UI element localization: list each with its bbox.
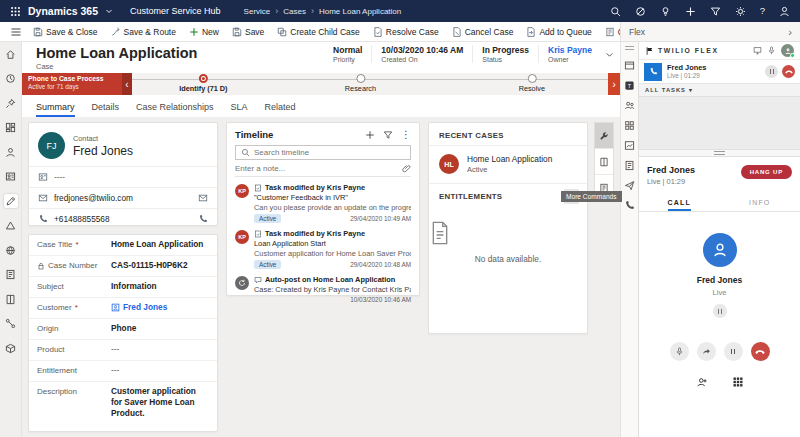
tab-call[interactable]: CALL	[639, 195, 720, 211]
timeline-more-icon[interactable]: ⋮	[401, 129, 411, 140]
cases-icon[interactable]	[4, 194, 18, 208]
resolve-case-button[interactable]: Resolve Case	[367, 22, 445, 42]
stage-resolve[interactable]: Resolve	[519, 74, 545, 93]
timeline-filter-icon[interactable]	[383, 130, 393, 140]
owner-value[interactable]: Kris Payne	[548, 45, 592, 55]
entitlement-value[interactable]: ---	[111, 365, 209, 376]
knowledge-tool-icon[interactable]	[595, 149, 613, 175]
header-expand-chevron-icon[interactable]	[605, 50, 614, 59]
description-row[interactable]: Description Customer application for Sav…	[29, 382, 217, 424]
phone-call-icon[interactable]	[624, 200, 635, 211]
case-title-row[interactable]: Case Title* Home Loan Application	[29, 235, 217, 256]
flex-task-item[interactable]: Fred Jones Live | 01:29	[639, 60, 800, 84]
new-button[interactable]: New	[183, 22, 225, 42]
collapse-pane-chevron-icon[interactable]: ›	[788, 26, 792, 38]
create-child-case-button[interactable]: Create Child Case	[271, 22, 365, 42]
side-pane-header[interactable]: Flex ›	[620, 22, 800, 42]
recent-icon[interactable]	[4, 72, 18, 86]
hold-call-icon[interactable]	[765, 65, 778, 78]
panel-splitter[interactable]	[639, 149, 800, 157]
timeline-entry[interactable]: Auto-post on Home Loan Application Case:…	[235, 272, 411, 306]
app-name[interactable]: Customer Service Hub	[130, 6, 221, 16]
origin-value[interactable]: Phone	[111, 323, 209, 334]
save-route-button[interactable]: Save & Route	[105, 22, 182, 42]
search-icon[interactable]	[610, 6, 621, 17]
tab-summary[interactable]: Summary	[36, 102, 75, 117]
teams-icon[interactable]: T	[624, 80, 635, 91]
people-icon[interactable]	[624, 100, 635, 111]
plus-icon[interactable]	[685, 6, 696, 17]
presence-icon[interactable]	[635, 6, 646, 17]
add-participant-icon[interactable]	[696, 376, 708, 388]
case-title-value[interactable]: Home Loan Application	[111, 239, 209, 250]
customer-value[interactable]: Fred Jones	[123, 302, 167, 313]
timeline-note-box[interactable]	[235, 164, 411, 177]
timeline-search-box[interactable]	[235, 145, 411, 160]
recent-case-item[interactable]: HL Home Loan Application Active	[429, 146, 587, 183]
help-icon[interactable]: ?	[760, 6, 765, 16]
tab-case-relationships[interactable]: Case Relationships	[136, 102, 214, 117]
save-button[interactable]: Save	[226, 22, 270, 42]
cancel-case-button[interactable]: Cancel Case	[446, 22, 520, 42]
origin-row[interactable]: Origin Phone	[29, 319, 217, 340]
accounts-icon[interactable]	[4, 170, 18, 184]
end-call-icon[interactable]	[782, 65, 795, 78]
note-input[interactable]	[235, 164, 402, 173]
add-to-queue-button[interactable]: Add to Queue	[520, 22, 597, 42]
paperclip-icon[interactable]	[402, 164, 411, 173]
brand-chevron-down-icon[interactable]	[105, 7, 113, 15]
timeline-entry[interactable]: KP Task modified by Kris Payne Loan Appl…	[235, 226, 411, 272]
contact-company-row[interactable]: ----	[29, 166, 217, 187]
apps-grid-icon[interactable]	[624, 120, 635, 131]
priority-field[interactable]: Normal Priority	[324, 45, 371, 63]
call-phone-icon[interactable]	[198, 214, 208, 224]
queues-icon[interactable]	[4, 243, 18, 257]
send-email-icon[interactable]	[198, 193, 208, 203]
hold-call-button[interactable]	[724, 342, 743, 361]
breadcrumb-cases[interactable]: Cases	[283, 7, 306, 16]
description-value[interactable]: Customer application for Saver Home Loan…	[111, 386, 209, 420]
customer-row[interactable]: Customer* Fred Jones	[29, 298, 217, 319]
tab-related[interactable]: Related	[265, 102, 296, 117]
agent-avatar[interactable]	[781, 44, 794, 57]
hold-indicator-icon[interactable]	[713, 304, 727, 318]
breadcrumb-service[interactable]: Service	[244, 7, 271, 16]
dialpad-icon[interactable]	[732, 376, 744, 388]
app-brand[interactable]: Dynamics 365	[28, 5, 98, 17]
process-scroll-left-icon[interactable]: ‹	[122, 73, 132, 95]
lightbulb-icon[interactable]	[660, 6, 671, 17]
tab-sla[interactable]: SLA	[231, 102, 248, 117]
case-number-row[interactable]: Case Number CAS-01115-H0P6K2	[29, 256, 217, 277]
agent-script-icon[interactable]	[624, 60, 635, 71]
dashboards-icon[interactable]	[4, 121, 18, 135]
tab-info[interactable]: INFO	[720, 195, 800, 211]
stage-research[interactable]: Research	[345, 74, 376, 93]
status-field[interactable]: In Progress Status	[472, 45, 538, 63]
monitor-icon[interactable]	[753, 46, 762, 55]
insights-icon[interactable]	[624, 140, 635, 151]
contact-name[interactable]: Fred Jones	[73, 144, 133, 158]
timeline-entry[interactable]: KP Task modified by Kris Payne "Customer…	[235, 180, 411, 226]
mic-icon[interactable]	[767, 46, 776, 55]
articles-icon[interactable]	[4, 292, 18, 306]
mute-mic-button[interactable]	[670, 342, 689, 361]
site-map-menu-icon[interactable]	[6, 26, 26, 38]
pinned-icon[interactable]	[4, 96, 18, 110]
product-row[interactable]: Product ---	[29, 340, 217, 361]
hang-up-button[interactable]: HANG UP	[741, 165, 792, 179]
owner-field[interactable]: Kris Payne Owner	[538, 45, 601, 63]
timeline-add-icon[interactable]	[365, 130, 375, 140]
contact-email-value[interactable]: fredjones@twilio.com	[54, 193, 133, 203]
timeline-search-input[interactable]	[254, 148, 405, 157]
filter-icon[interactable]	[710, 6, 721, 17]
created-on-field[interactable]: 10/03/2020 10:46 AM Created On	[371, 45, 472, 63]
subject-row[interactable]: Subject Information	[29, 277, 217, 298]
contact-email-row[interactable]: fredjones@twilio.com	[29, 187, 217, 208]
all-tasks-header[interactable]: ALL TASKS ▾	[639, 84, 800, 97]
recent-case-name[interactable]: Home Loan Application	[467, 154, 552, 164]
contacts-icon[interactable]	[4, 145, 18, 159]
connections-icon[interactable]	[4, 317, 18, 331]
tab-details[interactable]: Details	[92, 102, 120, 117]
customer-link[interactable]: Fred Jones	[111, 302, 209, 313]
user-icon[interactable]	[779, 6, 790, 17]
